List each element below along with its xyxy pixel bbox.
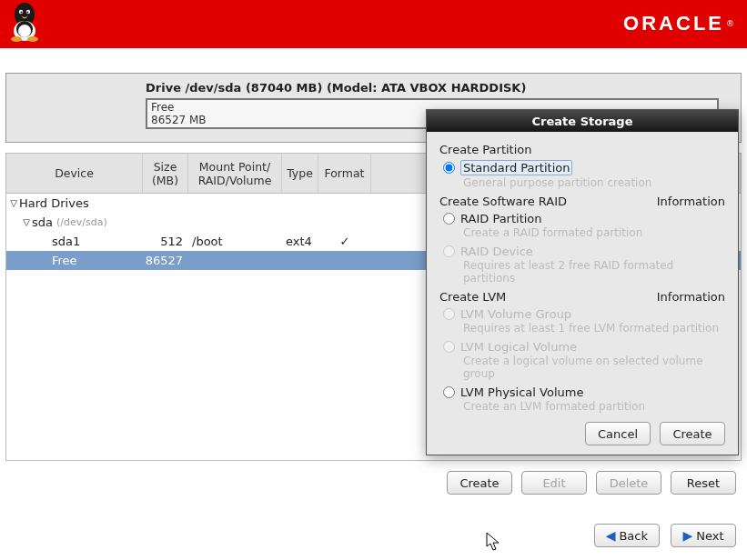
radio-label: RAID Device: [460, 245, 533, 258]
radio-input[interactable]: [443, 162, 455, 174]
header-bar: ORACLE ®: [0, 0, 747, 48]
dialog-title: Create Storage: [532, 115, 633, 128]
info-link-lvm[interactable]: Information: [657, 290, 725, 304]
radio-lvm-pv[interactable]: LVM Physical Volume: [443, 385, 725, 399]
column-mount[interactable]: Mount Point/ RAID/Volume: [188, 154, 282, 193]
dialog-titlebar[interactable]: Create Storage: [427, 110, 738, 132]
info-link-raid[interactable]: Information: [657, 195, 725, 208]
back-label: Back: [619, 529, 648, 543]
check-icon: ✓: [340, 235, 350, 248]
reset-button[interactable]: Reset: [671, 471, 736, 495]
dialog-create-button[interactable]: Create: [660, 422, 725, 445]
create-button[interactable]: Create: [447, 471, 512, 495]
disk-name: sda: [32, 215, 53, 229]
next-label: Next: [696, 529, 723, 543]
radio-desc: Create an LVM formated partition: [463, 400, 725, 413]
column-format[interactable]: Format: [318, 154, 371, 193]
svg-point-7: [27, 12, 29, 14]
partition-size: 86527: [143, 254, 188, 267]
oracle-logo-text: ORACLE: [623, 12, 724, 35]
partition-name: sda1: [52, 235, 80, 248]
arrow-left-icon: ◀: [606, 528, 616, 543]
expander-icon[interactable]: ▽: [21, 217, 32, 227]
radio-input: [443, 245, 455, 257]
partition-name: Free: [52, 254, 77, 267]
wizard-nav: ◀ Back ▶ Next: [5, 524, 742, 551]
tree-label: Hard Drives: [19, 196, 89, 210]
tux-icon: [5, 0, 44, 44]
partition-mount: /boot: [188, 235, 282, 248]
expander-icon[interactable]: ▽: [8, 198, 19, 208]
column-type[interactable]: Type: [282, 154, 318, 193]
radio-desc: Requires at least 2 free RAID formated p…: [463, 259, 725, 285]
oracle-logo: ORACLE ®: [623, 13, 734, 35]
radio-label: Standard Partition: [460, 160, 572, 175]
svg-point-6: [21, 12, 23, 14]
section-create-raid: Create Software RAID: [439, 195, 567, 208]
radio-lvm-lv: LVM Logical Volume: [443, 340, 725, 354]
partition-type: ext4: [282, 235, 318, 248]
radio-desc: General purpose partition creation: [463, 176, 725, 189]
svg-point-8: [11, 36, 22, 42]
back-button[interactable]: ◀ Back: [594, 524, 660, 547]
disk-devpath: (/dev/sda): [56, 216, 107, 228]
radio-standard-partition[interactable]: Standard Partition: [443, 160, 725, 175]
radio-raid-device: RAID Device: [443, 245, 725, 258]
radio-label: LVM Physical Volume: [460, 385, 583, 399]
radio-label: LVM Logical Volume: [460, 340, 577, 354]
radio-input: [443, 341, 455, 353]
partition-format: ✓: [318, 235, 371, 248]
radio-lvm-vg: LVM Volume Group: [443, 307, 725, 321]
radio-raid-partition[interactable]: RAID Partition: [443, 212, 725, 225]
radio-desc: Create a RAID formated partition: [463, 226, 725, 239]
radio-label: LVM Volume Group: [460, 307, 571, 321]
radio-input[interactable]: [443, 386, 455, 398]
edit-button[interactable]: Edit: [521, 471, 587, 495]
create-storage-dialog: Create Storage Create Partition Standard…: [426, 109, 739, 455]
section-create-lvm: Create LVM: [439, 290, 506, 304]
partition-size: 512: [143, 235, 188, 248]
mouse-cursor-icon: [486, 532, 500, 552]
radio-input: [443, 308, 455, 320]
section-create-partition: Create Partition: [439, 143, 532, 156]
column-device[interactable]: Device: [6, 154, 143, 193]
arrow-right-icon: ▶: [682, 528, 692, 543]
radio-label: RAID Partition: [460, 212, 542, 225]
svg-point-3: [18, 25, 31, 37]
delete-button[interactable]: Delete: [596, 471, 661, 495]
radio-desc: Requires at least 1 free LVM formated pa…: [463, 322, 725, 335]
column-size[interactable]: Size (MB): [143, 154, 188, 193]
drive-title: Drive /dev/sda (87040 MB) (Model: ATA VB…: [146, 81, 728, 95]
cancel-button[interactable]: Cancel: [585, 422, 651, 445]
radio-input[interactable]: [443, 213, 455, 225]
registered-icon: ®: [726, 19, 734, 28]
radio-desc: Create a logical volume on selected volu…: [463, 355, 725, 380]
next-button[interactable]: ▶ Next: [671, 524, 736, 547]
partition-actions: Create Edit Delete Reset: [5, 471, 742, 498]
svg-point-9: [27, 36, 38, 42]
